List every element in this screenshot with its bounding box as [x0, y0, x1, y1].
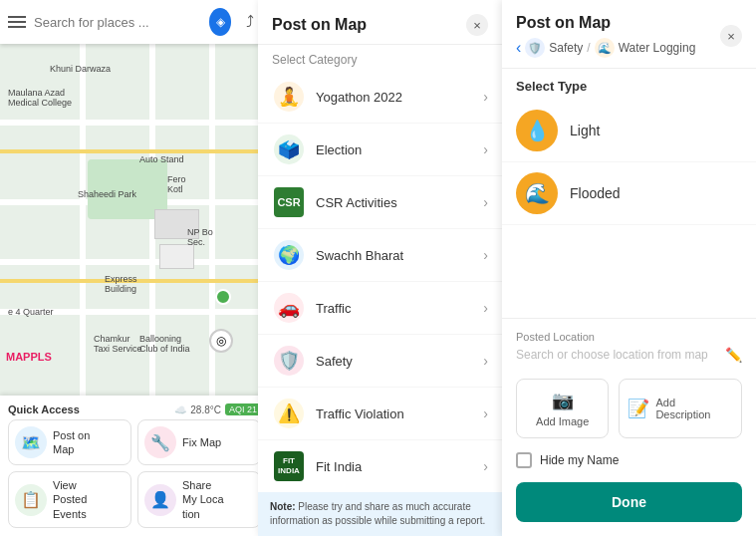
map-label: ExpressBuilding	[105, 274, 137, 294]
category-item-swachh[interactable]: 🌍 Swachh Bharat ›	[258, 229, 502, 282]
hide-name-checkbox[interactable]	[516, 452, 532, 468]
select-category-label: Select Category	[258, 45, 502, 71]
post-on-map-panel: Post on Map × Select Category 🧘 Yogathon…	[258, 0, 502, 536]
category-list: 🧘 Yogathon 2022 › 🗳️ Election › CSR CSR …	[258, 71, 502, 492]
quick-item-fix-map[interactable]: 🔧 Fix Map	[137, 419, 261, 465]
map-label: Maulana AzadMedical College	[8, 88, 72, 108]
flooded-type-icon: 🌊	[516, 172, 558, 214]
location-search-placeholder: Search or choose location from map	[516, 348, 719, 362]
camera-icon: 📷	[552, 390, 574, 411]
chevron-right-icon: ›	[483, 300, 488, 316]
aqi-badge: AQI 21	[225, 403, 261, 415]
map-label: ChamkurTaxi Service	[94, 334, 142, 354]
location-search-row: Search or choose location from map ✏️	[516, 347, 742, 363]
quick-access-panel: Quick Access ☁️ 28.8°C AQI 21 🗺️ Post on…	[0, 396, 269, 536]
map-label: BallooningClub of India	[139, 334, 190, 354]
map-label: FeroKotl	[167, 174, 186, 194]
map-label: Auto Stand	[139, 154, 184, 164]
description-icon: 📝	[628, 398, 649, 419]
panel1-header: Post on Map ×	[258, 0, 502, 45]
category-item-traffic[interactable]: 🚗 Traffic ›	[258, 282, 502, 335]
hide-name-label: Hide my Name	[540, 453, 619, 467]
panel2-close-button[interactable]: ×	[720, 25, 742, 47]
share-location-icon: 👤	[144, 484, 176, 516]
panel1-close-button[interactable]: ×	[466, 14, 488, 36]
quick-item-post-on-map[interactable]: 🗺️ Post onMap	[8, 419, 131, 465]
water-logging-breadcrumb-icon: 🌊	[595, 38, 615, 58]
category-item-traffic-violation[interactable]: ⚠️ Traffic Violation ›	[258, 388, 502, 440]
post-on-map-icon: 🗺️	[15, 426, 47, 458]
category-item-election[interactable]: 🗳️ Election ›	[258, 124, 502, 176]
chevron-right-icon: ›	[483, 89, 488, 105]
chevron-right-icon: ›	[483, 194, 488, 210]
directions-icon[interactable]: ◈	[209, 8, 231, 36]
type-item-flooded[interactable]: 🌊 Flooded	[502, 162, 756, 225]
mappls-label: MAPPLS	[6, 351, 52, 363]
breadcrumb: ‹ 🛡️ Safety / 🌊 Water Logging	[516, 38, 695, 58]
map-pin	[215, 289, 231, 305]
chevron-right-icon: ›	[483, 405, 488, 421]
panel2-header: Post on Map ‹ 🛡️ Safety / 🌊 Water Loggin…	[502, 0, 756, 69]
view-posted-icon: 📋	[15, 484, 47, 516]
posted-location-section: Posted Location Search or choose locatio…	[502, 318, 756, 371]
category-item-csr[interactable]: CSR CSR Activities ›	[258, 176, 502, 229]
edit-location-icon[interactable]: ✏️	[725, 347, 742, 363]
category-item-safety[interactable]: 🛡️ Safety ›	[258, 335, 502, 388]
type-item-light[interactable]: 💧 Light	[502, 100, 756, 162]
hide-name-row: Hide my Name	[502, 446, 756, 478]
panel1-title: Post on Map	[272, 16, 367, 34]
category-item-fit-india[interactable]: FITINDIA Fit India ›	[258, 440, 502, 492]
light-type-icon: 💧	[516, 110, 558, 151]
back-button[interactable]: ‹	[516, 39, 521, 57]
post-on-map-type-panel: Post on Map ‹ 🛡️ Safety / 🌊 Water Loggin…	[502, 0, 756, 536]
safety-breadcrumb-icon: 🛡️	[525, 38, 545, 58]
top-bar: ◈ ⤴	[0, 0, 269, 44]
category-item-yogathon[interactable]: 🧘 Yogathon 2022 ›	[258, 71, 502, 124]
fix-map-icon: 🔧	[144, 426, 176, 458]
quick-item-view-posted[interactable]: 📋 ViewPostedEvents	[8, 471, 131, 528]
quick-item-share-location[interactable]: 👤 ShareMy Location	[137, 471, 261, 528]
note-bar: Note: Please try and share as much accur…	[258, 492, 502, 536]
map-label: Shaheedi Park	[78, 189, 136, 199]
done-button[interactable]: Done	[516, 482, 742, 522]
map-label: e 4 Quarter	[8, 307, 54, 317]
hamburger-menu[interactable]	[8, 16, 26, 28]
map-label: Khuni Darwaza	[50, 64, 111, 74]
quick-access-title: Quick Access	[8, 403, 80, 415]
action-buttons: 📷 Add Image 📝 Add Description	[502, 371, 756, 446]
chevron-right-icon: ›	[483, 458, 488, 474]
chevron-right-icon: ›	[483, 247, 488, 263]
weather-badge: ☁️ 28.8°C AQI 21	[174, 403, 261, 415]
quick-grid: 🗺️ Post onMap 🔧 Fix Map 📋 ViewPostedEven…	[8, 419, 261, 528]
map-label: NP BoSec.	[187, 227, 213, 247]
panel2-title: Post on Map	[516, 14, 611, 31]
chevron-right-icon: ›	[483, 141, 488, 157]
chevron-right-icon: ›	[483, 353, 488, 369]
add-image-button[interactable]: 📷 Add Image	[516, 379, 609, 438]
add-description-button[interactable]: 📝 Add Description	[619, 379, 742, 438]
search-input[interactable]	[34, 15, 201, 30]
locate-button[interactable]: ◎	[209, 329, 233, 353]
select-type-label: Select Type	[502, 69, 756, 100]
posted-location-title: Posted Location	[516, 331, 742, 343]
